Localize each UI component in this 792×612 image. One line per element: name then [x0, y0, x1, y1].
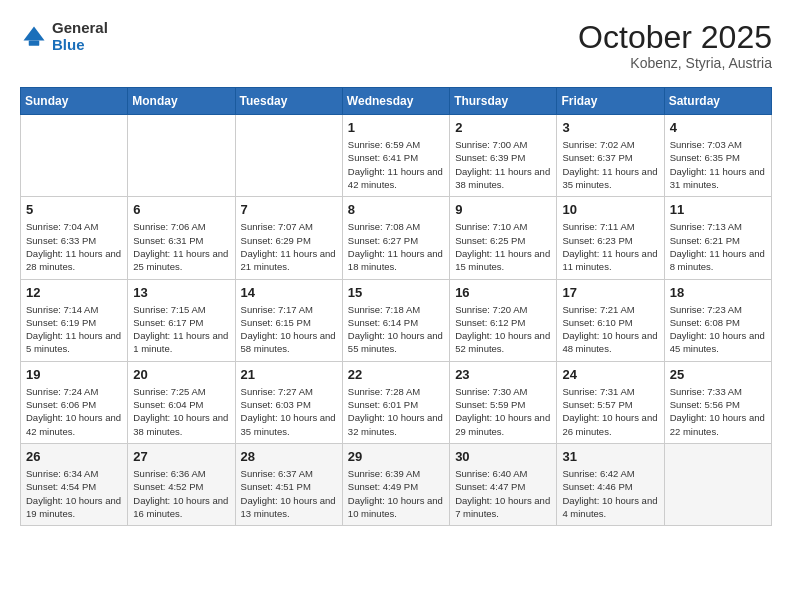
day-number: 3: [562, 120, 658, 135]
day-info: Sunrise: 7:30 AM Sunset: 5:59 PM Dayligh…: [455, 385, 551, 438]
day-number: 10: [562, 202, 658, 217]
weekday-header-saturday: Saturday: [664, 88, 771, 115]
calendar-cell: 17Sunrise: 7:21 AM Sunset: 6:10 PM Dayli…: [557, 279, 664, 361]
day-info: Sunrise: 7:18 AM Sunset: 6:14 PM Dayligh…: [348, 303, 444, 356]
weekday-header-row: SundayMondayTuesdayWednesdayThursdayFrid…: [21, 88, 772, 115]
calendar-cell: 18Sunrise: 7:23 AM Sunset: 6:08 PM Dayli…: [664, 279, 771, 361]
logo-text: General Blue: [52, 20, 108, 53]
calendar-cell: [235, 115, 342, 197]
day-info: Sunrise: 7:23 AM Sunset: 6:08 PM Dayligh…: [670, 303, 766, 356]
day-number: 28: [241, 449, 337, 464]
logo-general-text: General: [52, 20, 108, 37]
weekday-header-wednesday: Wednesday: [342, 88, 449, 115]
svg-rect-1: [29, 40, 40, 45]
calendar-cell: 29Sunrise: 6:39 AM Sunset: 4:49 PM Dayli…: [342, 443, 449, 525]
day-info: Sunrise: 7:15 AM Sunset: 6:17 PM Dayligh…: [133, 303, 229, 356]
day-info: Sunrise: 7:02 AM Sunset: 6:37 PM Dayligh…: [562, 138, 658, 191]
day-number: 17: [562, 285, 658, 300]
calendar-cell: 10Sunrise: 7:11 AM Sunset: 6:23 PM Dayli…: [557, 197, 664, 279]
day-info: Sunrise: 7:27 AM Sunset: 6:03 PM Dayligh…: [241, 385, 337, 438]
day-info: Sunrise: 6:34 AM Sunset: 4:54 PM Dayligh…: [26, 467, 122, 520]
day-info: Sunrise: 6:37 AM Sunset: 4:51 PM Dayligh…: [241, 467, 337, 520]
day-info: Sunrise: 7:33 AM Sunset: 5:56 PM Dayligh…: [670, 385, 766, 438]
calendar-cell: 27Sunrise: 6:36 AM Sunset: 4:52 PM Dayli…: [128, 443, 235, 525]
calendar-cell: 3Sunrise: 7:02 AM Sunset: 6:37 PM Daylig…: [557, 115, 664, 197]
calendar-cell: 14Sunrise: 7:17 AM Sunset: 6:15 PM Dayli…: [235, 279, 342, 361]
day-number: 7: [241, 202, 337, 217]
day-number: 4: [670, 120, 766, 135]
calendar-cell: 28Sunrise: 6:37 AM Sunset: 4:51 PM Dayli…: [235, 443, 342, 525]
calendar-cell: 26Sunrise: 6:34 AM Sunset: 4:54 PM Dayli…: [21, 443, 128, 525]
day-info: Sunrise: 7:21 AM Sunset: 6:10 PM Dayligh…: [562, 303, 658, 356]
calendar-cell: 7Sunrise: 7:07 AM Sunset: 6:29 PM Daylig…: [235, 197, 342, 279]
calendar-cell: [21, 115, 128, 197]
day-number: 31: [562, 449, 658, 464]
day-number: 15: [348, 285, 444, 300]
day-number: 23: [455, 367, 551, 382]
day-number: 19: [26, 367, 122, 382]
day-number: 21: [241, 367, 337, 382]
day-number: 26: [26, 449, 122, 464]
day-number: 9: [455, 202, 551, 217]
calendar-cell: 13Sunrise: 7:15 AM Sunset: 6:17 PM Dayli…: [128, 279, 235, 361]
day-number: 13: [133, 285, 229, 300]
weekday-header-tuesday: Tuesday: [235, 88, 342, 115]
week-row-0: 1Sunrise: 6:59 AM Sunset: 6:41 PM Daylig…: [21, 115, 772, 197]
day-number: 14: [241, 285, 337, 300]
calendar-cell: 8Sunrise: 7:08 AM Sunset: 6:27 PM Daylig…: [342, 197, 449, 279]
weekday-header-thursday: Thursday: [450, 88, 557, 115]
day-number: 18: [670, 285, 766, 300]
calendar-cell: 19Sunrise: 7:24 AM Sunset: 6:06 PM Dayli…: [21, 361, 128, 443]
page: General Blue October 2025 Kobenz, Styria…: [0, 0, 792, 536]
day-number: 27: [133, 449, 229, 464]
svg-marker-0: [24, 26, 45, 40]
day-info: Sunrise: 7:04 AM Sunset: 6:33 PM Dayligh…: [26, 220, 122, 273]
month-title: October 2025: [578, 20, 772, 55]
calendar-cell: 22Sunrise: 7:28 AM Sunset: 6:01 PM Dayli…: [342, 361, 449, 443]
day-info: Sunrise: 7:13 AM Sunset: 6:21 PM Dayligh…: [670, 220, 766, 273]
day-info: Sunrise: 6:59 AM Sunset: 6:41 PM Dayligh…: [348, 138, 444, 191]
logo-blue-text: Blue: [52, 37, 108, 54]
day-info: Sunrise: 7:28 AM Sunset: 6:01 PM Dayligh…: [348, 385, 444, 438]
week-row-4: 26Sunrise: 6:34 AM Sunset: 4:54 PM Dayli…: [21, 443, 772, 525]
day-number: 12: [26, 285, 122, 300]
calendar-cell: 30Sunrise: 6:40 AM Sunset: 4:47 PM Dayli…: [450, 443, 557, 525]
calendar-cell: 31Sunrise: 6:42 AM Sunset: 4:46 PM Dayli…: [557, 443, 664, 525]
day-info: Sunrise: 7:20 AM Sunset: 6:12 PM Dayligh…: [455, 303, 551, 356]
weekday-header-monday: Monday: [128, 88, 235, 115]
calendar-cell: 4Sunrise: 7:03 AM Sunset: 6:35 PM Daylig…: [664, 115, 771, 197]
calendar-cell: 24Sunrise: 7:31 AM Sunset: 5:57 PM Dayli…: [557, 361, 664, 443]
calendar-cell: [664, 443, 771, 525]
day-number: 6: [133, 202, 229, 217]
day-info: Sunrise: 7:11 AM Sunset: 6:23 PM Dayligh…: [562, 220, 658, 273]
logo: General Blue: [20, 20, 108, 53]
day-number: 30: [455, 449, 551, 464]
calendar-cell: 11Sunrise: 7:13 AM Sunset: 6:21 PM Dayli…: [664, 197, 771, 279]
week-row-3: 19Sunrise: 7:24 AM Sunset: 6:06 PM Dayli…: [21, 361, 772, 443]
week-row-1: 5Sunrise: 7:04 AM Sunset: 6:33 PM Daylig…: [21, 197, 772, 279]
day-info: Sunrise: 6:40 AM Sunset: 4:47 PM Dayligh…: [455, 467, 551, 520]
calendar-cell: 20Sunrise: 7:25 AM Sunset: 6:04 PM Dayli…: [128, 361, 235, 443]
calendar-cell: 5Sunrise: 7:04 AM Sunset: 6:33 PM Daylig…: [21, 197, 128, 279]
calendar-cell: 1Sunrise: 6:59 AM Sunset: 6:41 PM Daylig…: [342, 115, 449, 197]
calendar-cell: 6Sunrise: 7:06 AM Sunset: 6:31 PM Daylig…: [128, 197, 235, 279]
day-number: 24: [562, 367, 658, 382]
calendar-cell: 16Sunrise: 7:20 AM Sunset: 6:12 PM Dayli…: [450, 279, 557, 361]
day-info: Sunrise: 7:06 AM Sunset: 6:31 PM Dayligh…: [133, 220, 229, 273]
day-info: Sunrise: 7:17 AM Sunset: 6:15 PM Dayligh…: [241, 303, 337, 356]
calendar-cell: [128, 115, 235, 197]
day-number: 29: [348, 449, 444, 464]
day-number: 5: [26, 202, 122, 217]
day-info: Sunrise: 7:07 AM Sunset: 6:29 PM Dayligh…: [241, 220, 337, 273]
title-block: October 2025 Kobenz, Styria, Austria: [578, 20, 772, 71]
day-number: 2: [455, 120, 551, 135]
location: Kobenz, Styria, Austria: [578, 55, 772, 71]
calendar-cell: 23Sunrise: 7:30 AM Sunset: 5:59 PM Dayli…: [450, 361, 557, 443]
weekday-header-sunday: Sunday: [21, 88, 128, 115]
calendar-cell: 15Sunrise: 7:18 AM Sunset: 6:14 PM Dayli…: [342, 279, 449, 361]
day-info: Sunrise: 7:25 AM Sunset: 6:04 PM Dayligh…: [133, 385, 229, 438]
day-info: Sunrise: 7:03 AM Sunset: 6:35 PM Dayligh…: [670, 138, 766, 191]
weekday-header-friday: Friday: [557, 88, 664, 115]
logo-icon: [20, 23, 48, 51]
calendar-cell: 25Sunrise: 7:33 AM Sunset: 5:56 PM Dayli…: [664, 361, 771, 443]
